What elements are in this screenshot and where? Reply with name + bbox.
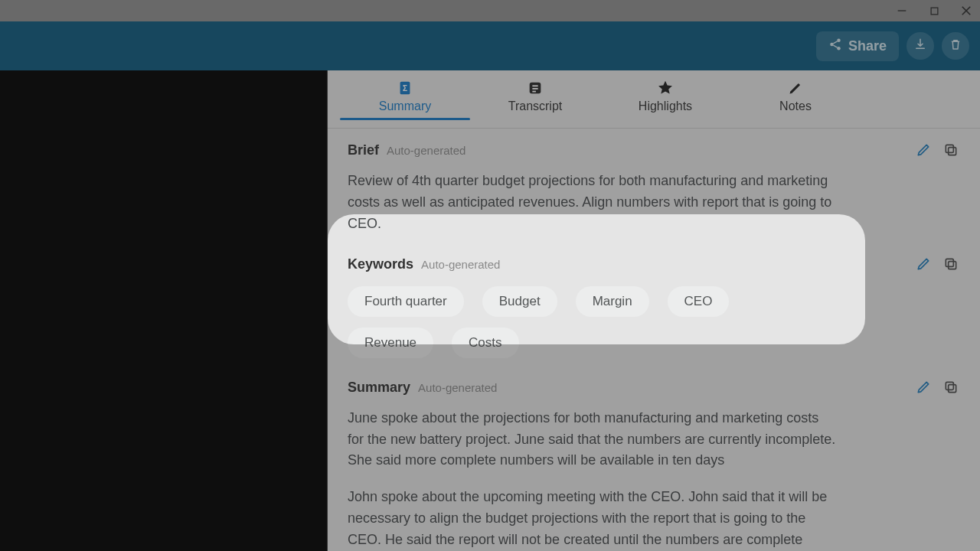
keyword-chip[interactable]: Revenue: [348, 328, 433, 358]
brief-text: Review of 4th quarter budget projections…: [348, 171, 838, 235]
summary-icon: Σ: [340, 78, 470, 98]
svg-line-8: [833, 45, 837, 47]
copy-brief-button[interactable]: [943, 142, 960, 159]
svg-point-6: [837, 47, 841, 51]
maximize-button[interactable]: [926, 3, 942, 18]
copy-keywords-button[interactable]: [943, 256, 960, 273]
minimize-button[interactable]: [894, 3, 910, 18]
app-shell: Share Σ Summary: [0, 0, 980, 551]
summary-subtitle: Auto-generated: [418, 381, 497, 394]
keywords-title: Keywords: [348, 256, 413, 272]
brief-subtitle: Auto-generated: [387, 144, 466, 157]
svg-rect-18: [946, 259, 953, 266]
share-icon: [828, 37, 842, 55]
keyword-chip[interactable]: Budget: [482, 286, 557, 317]
tab-label: Summary: [340, 99, 470, 113]
svg-rect-17: [949, 261, 956, 269]
keyword-chips: Fourth quarter Budget Margin CEO Revenue…: [348, 286, 776, 358]
transcript-icon: [470, 78, 600, 98]
svg-rect-15: [949, 148, 956, 155]
star-icon: [600, 78, 730, 98]
download-button[interactable]: [906, 32, 934, 60]
share-label: Share: [848, 38, 887, 54]
svg-rect-20: [946, 382, 953, 390]
svg-line-7: [833, 41, 837, 43]
section-brief: Brief Auto-generated Review of 4th quart…: [328, 129, 980, 243]
keyword-chip[interactable]: Costs: [452, 328, 518, 358]
summary-para-2: John spoke about the upcoming meeting wi…: [348, 487, 838, 551]
share-button[interactable]: Share: [816, 31, 899, 61]
copy-summary-button[interactable]: [943, 380, 960, 396]
tab-label: Notes: [730, 99, 861, 113]
svg-point-5: [830, 42, 834, 46]
svg-rect-19: [949, 384, 956, 392]
svg-rect-16: [946, 145, 953, 152]
delete-button[interactable]: [942, 32, 969, 60]
summary-title: Summary: [348, 380, 410, 396]
edit-keywords-button[interactable]: [916, 256, 933, 273]
sections: Brief Auto-generated Review of 4th quart…: [328, 129, 980, 551]
summary-text: June spoke about the projections for bot…: [348, 408, 838, 551]
download-icon: [913, 37, 927, 54]
keyword-chip[interactable]: CEO: [668, 286, 730, 317]
content-pane: Σ Summary Transcript Highlights: [328, 70, 980, 551]
edit-summary-button[interactable]: [916, 380, 933, 396]
tab-label: Transcript: [470, 99, 600, 113]
summary-para-1: June spoke about the projections for bot…: [348, 408, 838, 472]
edit-brief-button[interactable]: [916, 142, 933, 159]
svg-point-4: [837, 38, 841, 42]
app-header: Share: [0, 21, 980, 70]
window-titlebar: [0, 0, 980, 21]
video-pane[interactable]: [0, 70, 328, 551]
content-tabs: Σ Summary Transcript Highlights: [328, 70, 980, 129]
brief-title: Brief: [348, 142, 379, 158]
svg-text:Σ: Σ: [403, 84, 407, 93]
tab-notes[interactable]: Notes: [730, 70, 861, 128]
keywords-subtitle: Auto-generated: [421, 258, 500, 271]
svg-rect-1: [931, 8, 938, 15]
tab-label: Highlights: [600, 99, 730, 113]
pencil-icon: [730, 78, 861, 98]
tab-transcript[interactable]: Transcript: [470, 70, 600, 128]
body-row: Σ Summary Transcript Highlights: [0, 70, 980, 551]
tab-highlights[interactable]: Highlights: [600, 70, 730, 128]
keyword-chip[interactable]: Margin: [576, 286, 649, 317]
section-summary: Summary Auto-generated June spoke about …: [328, 366, 980, 551]
close-button[interactable]: [959, 3, 974, 18]
section-keywords: Keywords Auto-generated Fourth quarter: [328, 243, 980, 366]
keyword-chip[interactable]: Fourth quarter: [348, 286, 464, 317]
tab-summary[interactable]: Σ Summary: [340, 70, 470, 128]
trash-icon: [949, 37, 962, 54]
